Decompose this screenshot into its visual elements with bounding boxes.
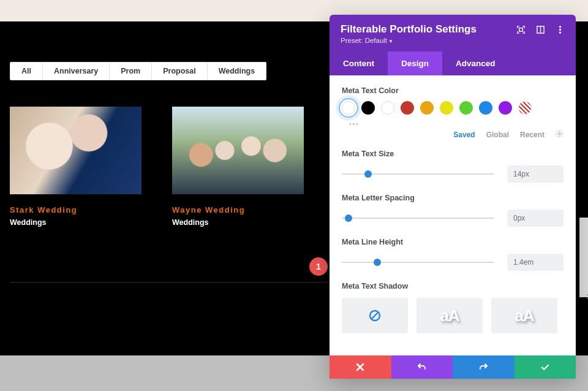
color-swatch[interactable]	[401, 101, 414, 115]
columns-icon[interactable]	[535, 25, 545, 34]
portfolio-item[interactable]: Wayne Wedding Weddings	[172, 107, 304, 227]
filter-prom[interactable]: Prom	[110, 63, 152, 80]
color-swatch-row	[342, 101, 564, 115]
gear-icon[interactable]	[556, 130, 564, 140]
tab-advanced[interactable]: Advanced	[442, 51, 509, 75]
filter-anniversary[interactable]: Anniversary	[43, 63, 110, 80]
svg-point-4	[559, 29, 560, 30]
panel-header: Filterable Portfolio Settings Preset: De…	[330, 15, 576, 75]
close-button[interactable]	[330, 355, 391, 379]
chevron-down-icon: ▼	[388, 39, 393, 44]
panel-title: Filterable Portfolio Settings	[341, 23, 477, 36]
color-swatch[interactable]	[518, 101, 532, 115]
label-meta-text-color: Meta Text Color	[342, 86, 564, 95]
value-line-height[interactable]: 1.4em	[507, 254, 564, 271]
label-letter-spacing: Meta Letter Spacing	[342, 194, 564, 202]
svg-point-5	[559, 31, 560, 32]
filter-proposal[interactable]: Proposal	[152, 63, 208, 80]
portfolio-category[interactable]: Weddings	[172, 218, 304, 227]
preset-dropdown[interactable]: Preset: Default▼	[330, 37, 576, 51]
color-swatch[interactable]	[420, 101, 434, 115]
offscreen-strip	[579, 218, 588, 297]
portfolio-thumb	[172, 107, 304, 194]
portfolio-title[interactable]: Stark Wedding	[10, 205, 141, 214]
value-letter-spacing[interactable]: 0px	[507, 210, 564, 227]
svg-point-6	[559, 133, 560, 135]
value-text-size[interactable]: 14px	[507, 165, 564, 183]
portfolio-category[interactable]: Weddings	[10, 218, 141, 227]
label-text-size: Meta Text Size	[342, 150, 564, 158]
color-swatch[interactable]	[361, 101, 375, 115]
portfolio-thumb	[10, 107, 141, 194]
expand-icon[interactable]	[516, 25, 526, 34]
tab-design[interactable]: Design	[388, 51, 442, 75]
filter-all[interactable]: All	[10, 63, 43, 80]
panel-body: Meta Text Color ••• Saved Global Recent …	[330, 75, 576, 339]
shadow-preset-1[interactable]: aA	[417, 298, 483, 333]
undo-button[interactable]	[391, 355, 453, 379]
kebab-icon[interactable]	[555, 25, 565, 34]
color-swatch[interactable]	[459, 101, 473, 115]
color-swatch[interactable]	[381, 101, 394, 115]
subtab-global[interactable]: Global	[486, 131, 509, 139]
color-swatch[interactable]	[440, 101, 453, 115]
color-subtabs: Saved Global Recent	[342, 130, 564, 140]
color-swatch[interactable]	[499, 101, 512, 115]
svg-point-3	[559, 26, 560, 27]
svg-rect-0	[519, 28, 522, 31]
slider-letter-spacing[interactable]	[342, 213, 494, 223]
shadow-none[interactable]	[342, 298, 408, 333]
shadow-preset-2[interactable]: aA	[491, 298, 557, 333]
preset-label: Preset: Default	[341, 37, 387, 44]
label-text-shadow: Meta Text Shadow	[342, 282, 564, 290]
slider-text-size[interactable]	[342, 169, 494, 179]
panel-tabs: Content Design Advanced	[330, 51, 576, 75]
svg-line-8	[371, 312, 379, 319]
portfolio-item[interactable]: Stark Wedding Weddings	[10, 107, 141, 227]
portfolio-title[interactable]: Wayne Wedding	[172, 205, 304, 214]
portfolio-filter-bar: All Anniversary Prom Proposal Weddings	[10, 62, 266, 80]
slider-line-height[interactable]	[342, 257, 494, 267]
settings-panel: Filterable Portfolio Settings Preset: De…	[330, 15, 576, 379]
label-line-height: Meta Line Height	[342, 238, 564, 246]
color-swatch[interactable]	[342, 101, 355, 115]
subtab-recent[interactable]: Recent	[520, 131, 545, 139]
tab-content[interactable]: Content	[330, 51, 388, 75]
confirm-button[interactable]	[514, 355, 576, 379]
filter-weddings[interactable]: Weddings	[208, 63, 266, 80]
color-swatch[interactable]	[479, 101, 492, 115]
redo-button[interactable]	[453, 355, 514, 379]
panel-footer	[330, 355, 576, 379]
subtab-saved[interactable]: Saved	[453, 131, 475, 139]
portfolio-grid: Stark Wedding Weddings Wayne Wedding Wed…	[10, 107, 304, 227]
callout-badge-1: 1	[309, 257, 328, 276]
more-dots-icon[interactable]: •••	[349, 121, 564, 127]
